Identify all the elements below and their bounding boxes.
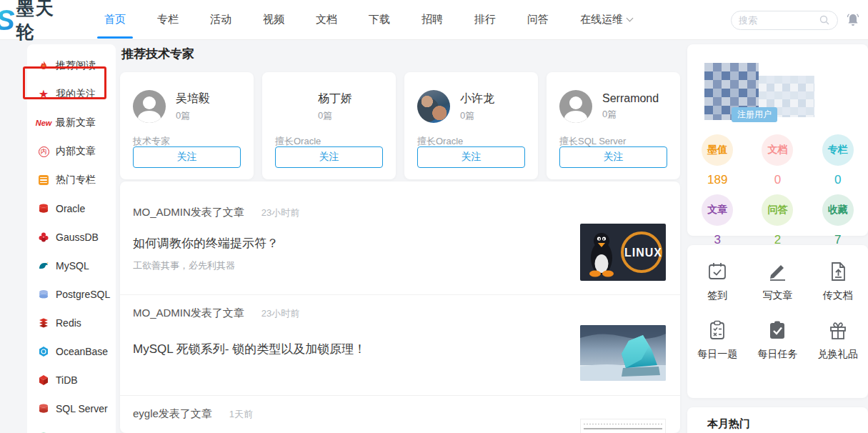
- expert-tagline: 擅长SQL Server: [559, 135, 667, 146]
- sidebar-item-label: PostgreSQL: [56, 289, 110, 300]
- nav-item-downloads[interactable]: 下载: [369, 0, 390, 40]
- sidebar-item-postgresql[interactable]: PostgreSQL: [37, 280, 116, 309]
- action-daily-question[interactable]: 每日一题: [687, 319, 747, 361]
- sidebar-item-recommended[interactable]: 推荐阅读: [37, 51, 116, 80]
- nav-item-home[interactable]: 首页: [104, 0, 126, 40]
- feed-item[interactable]: MO_ADMIN发表了文章 23小时前 MySQL 死锁系列- 锁的类型以及加锁…: [120, 294, 680, 395]
- oracle-icon: [37, 202, 50, 215]
- sidebar-item-tidb[interactable]: TiDB: [37, 366, 116, 394]
- expert-card: 小许龙 0篇 擅长Oracle 关注: [404, 72, 538, 179]
- sidebar-item-label: OceanBase: [56, 346, 108, 357]
- oceanbase-icon: [37, 345, 50, 358]
- stat-qa[interactable]: 问答 2: [747, 194, 807, 250]
- action-upload-doc[interactable]: 传文档: [808, 261, 868, 302]
- feed-thumbnail-document[interactable]: [580, 419, 666, 433]
- stat-documents[interactable]: 文档 0: [747, 134, 807, 190]
- action-label: 每日一题: [697, 348, 737, 361]
- feed-time: 23小时前: [261, 206, 299, 219]
- stat-label: 专栏: [822, 134, 854, 166]
- section-title: 推荐技术专家: [121, 46, 680, 62]
- nav-item-events[interactable]: 活动: [210, 0, 231, 40]
- avatar[interactable]: [417, 90, 450, 123]
- follow-button[interactable]: 关注: [559, 146, 667, 168]
- expert-card: 吴培毅 0篇 技术专家 关注: [120, 72, 254, 179]
- checkin-icon: [707, 261, 728, 282]
- action-gift-exchange[interactable]: 兑换礼品: [808, 319, 868, 361]
- expert-card: Serramond 0篇 擅长SQL Server 关注: [547, 72, 680, 179]
- stat-value: 0: [834, 173, 841, 187]
- sidebar-item-mongodb[interactable]: MongoDB: [37, 423, 116, 433]
- stat-ink-points[interactable]: 墨值 189: [687, 134, 747, 190]
- profile-stats: 墨值 189 文档 0 专栏 0 文章 3 问答 2 收藏 7: [687, 134, 868, 250]
- expert-name[interactable]: Serramond: [602, 92, 659, 105]
- expert-name[interactable]: 吴培毅: [176, 91, 210, 106]
- feed-time: 1天前: [229, 408, 253, 421]
- follow-button[interactable]: 关注: [275, 146, 383, 168]
- daily-question-icon: [707, 319, 728, 341]
- stat-value: 2: [774, 233, 781, 247]
- sidebar-item-sqlserver[interactable]: SQL Server: [37, 394, 116, 423]
- sidebar-item-label: 我的关注: [56, 88, 96, 101]
- expert-name[interactable]: 杨丁娇: [318, 91, 352, 106]
- sidebar-item-label: TiDB: [56, 374, 78, 386]
- nav-item-qa[interactable]: 问答: [527, 0, 549, 40]
- nav-item-online-ops-label: 在线运维: [580, 13, 623, 26]
- follow-button[interactable]: 关注: [417, 146, 525, 168]
- follow-button[interactable]: 关注: [133, 146, 241, 168]
- nav-item-columns[interactable]: 专栏: [157, 0, 179, 40]
- feed-item[interactable]: MO_ADMIN发表了文章 23小时前 如何调教你的终端提示符？ 工欲善其事，必…: [120, 181, 680, 294]
- avatar[interactable]: [133, 90, 166, 123]
- expert-article-count: 0篇: [318, 109, 352, 122]
- avatar[interactable]: [559, 90, 592, 123]
- notification-bell-icon[interactable]: [845, 12, 861, 28]
- nav-item-docs[interactable]: 文档: [316, 0, 337, 40]
- feed-author[interactable]: MO_ADMIN发表了文章: [133, 206, 244, 219]
- feed-thumbnail-iceberg[interactable]: [580, 325, 666, 381]
- sidebar-item-mysql[interactable]: MySQL: [37, 252, 116, 280]
- sidebar-item-label: 推荐阅读: [56, 59, 96, 72]
- avatar[interactable]: [275, 90, 308, 123]
- sidebar-item-redis[interactable]: Redis: [37, 309, 116, 337]
- search-input[interactable]: [739, 15, 819, 26]
- monthly-hot-title: 本月热门: [707, 417, 868, 431]
- sqlserver-icon: [37, 402, 50, 415]
- sidebar-item-latest[interactable]: New 最新文章: [37, 109, 116, 137]
- sidebar-item-oracle[interactable]: Oracle: [37, 194, 116, 223]
- stat-columns[interactable]: 专栏 0: [808, 134, 868, 190]
- site-logo[interactable]: S 墨天轮: [0, 0, 73, 44]
- stat-favorites[interactable]: 收藏 7: [808, 194, 868, 250]
- sidebar-item-internal[interactable]: 内 内部文章: [37, 137, 116, 166]
- sidebar-item-oceanbase[interactable]: OceanBase: [37, 337, 116, 366]
- nav-item-ranking[interactable]: 排行: [474, 0, 496, 40]
- profile-card: 注册用户 墨值 189 文档 0 专栏 0 文章 3 问答 2: [687, 44, 868, 236]
- expert-name[interactable]: 小许龙: [460, 91, 494, 106]
- action-label: 每日任务: [757, 348, 797, 361]
- tidb-icon: [37, 374, 50, 387]
- stat-label: 文档: [762, 134, 793, 166]
- stat-label: 墨值: [702, 134, 733, 166]
- nav-item-jobs[interactable]: 招聘: [421, 0, 443, 40]
- feed-author[interactable]: eygle发表了文章: [133, 407, 212, 421]
- stat-value: 7: [834, 233, 841, 247]
- action-label: 签到: [707, 289, 727, 302]
- sidebar-item-hot-columns[interactable]: 热门专栏: [37, 166, 116, 194]
- feed-item[interactable]: eygle发表了文章 1天前: [120, 395, 680, 433]
- action-daily-task[interactable]: 每日任务: [747, 319, 807, 361]
- sidebar-item-my-follow[interactable]: ★ 我的关注: [37, 80, 116, 109]
- feed-thumbnail-linux[interactable]: LINUX: [580, 224, 666, 281]
- stat-articles[interactable]: 文章 3: [687, 194, 747, 250]
- nav-item-videos[interactable]: 视频: [263, 0, 284, 40]
- action-write-article[interactable]: 写文章: [747, 261, 807, 302]
- feed-author[interactable]: MO_ADMIN发表了文章: [133, 307, 244, 320]
- action-checkin[interactable]: 签到: [687, 261, 747, 302]
- upload-doc-icon: [827, 261, 849, 282]
- sidebar-item-gaussdb[interactable]: GaussDB: [37, 223, 116, 252]
- nav-item-online-ops[interactable]: 在线运维: [580, 0, 632, 40]
- search-box[interactable]: [731, 11, 838, 30]
- feed-time: 23小时前: [261, 307, 299, 320]
- postgresql-icon: [37, 288, 50, 301]
- hot-column-icon: [37, 174, 50, 186]
- logo-text: 墨天轮: [16, 0, 73, 44]
- expert-tagline: 技术专家: [133, 135, 241, 146]
- sidebar-item-label: 内部文章: [56, 145, 96, 158]
